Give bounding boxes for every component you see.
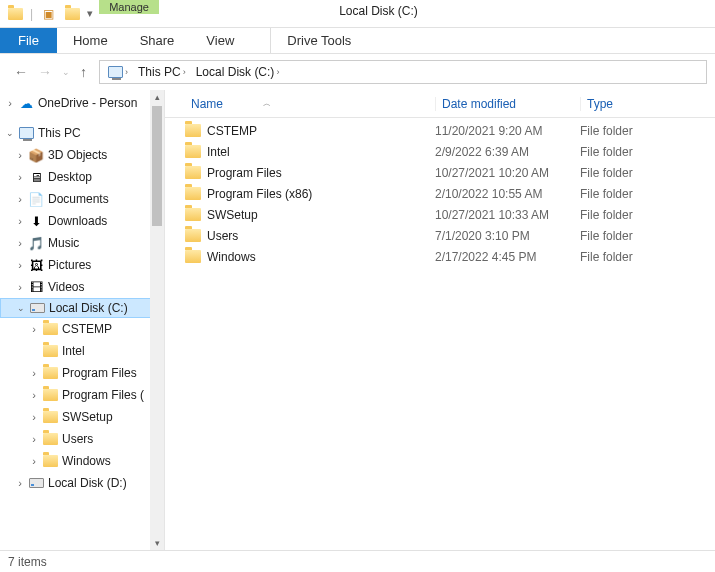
file-date: 10/27/2021 10:20 AM xyxy=(435,166,580,180)
expand-icon[interactable] xyxy=(14,193,26,205)
tree-label: 3D Objects xyxy=(48,148,107,162)
tree-node-icon: 🎵 xyxy=(28,235,44,251)
breadcrumb-local-disk-c[interactable]: Local Disk (C:)› xyxy=(192,65,284,79)
back-button[interactable]: ← xyxy=(14,64,28,80)
scroll-thumb[interactable] xyxy=(152,106,162,226)
file-name: CSTEMP xyxy=(207,124,257,138)
tree-node-icon: 📦 xyxy=(28,147,44,163)
file-name: Users xyxy=(207,229,238,243)
file-type: File folder xyxy=(580,208,715,222)
column-name[interactable]: Name︿ xyxy=(185,97,435,111)
expand-icon[interactable] xyxy=(14,237,26,249)
expand-icon[interactable] xyxy=(28,411,40,423)
navigation-bar: ← → ⌄ ↑ › This PC› Local Disk (C:)› xyxy=(0,54,715,90)
column-type[interactable]: Type xyxy=(580,97,715,111)
properties-icon[interactable]: ▣ xyxy=(39,5,57,23)
list-item[interactable]: CSTEMP11/20/2021 9:20 AMFile folder xyxy=(185,120,715,141)
address-bar[interactable]: › This PC› Local Disk (C:)› xyxy=(99,60,707,84)
tree-node-icon xyxy=(28,475,44,491)
list-item[interactable]: Program Files (x86)2/10/2022 10:55 AMFil… xyxy=(185,183,715,204)
list-item[interactable]: Intel2/9/2022 6:39 AMFile folder xyxy=(185,141,715,162)
tree-node-icon xyxy=(42,409,58,425)
file-date: 2/9/2022 6:39 AM xyxy=(435,145,580,159)
scroll-up-icon[interactable]: ▴ xyxy=(150,90,164,104)
tree-item-program-files-[interactable]: Program Files ( xyxy=(0,384,164,406)
tree-item-downloads[interactable]: ⬇Downloads xyxy=(0,210,164,232)
tree-item-desktop[interactable]: 🖥Desktop xyxy=(0,166,164,188)
tree-item-documents[interactable]: 📄Documents xyxy=(0,188,164,210)
list-item[interactable]: SWSetup10/27/2021 10:33 AMFile folder xyxy=(185,204,715,225)
tab-drive-tools[interactable]: Drive Tools xyxy=(270,28,367,53)
expand-icon[interactable] xyxy=(28,367,40,379)
expand-icon[interactable] xyxy=(14,171,26,183)
navigation-tree: ☁OneDrive - PersonThis PC📦3D Objects🖥Des… xyxy=(0,90,165,550)
tree-label: Videos xyxy=(48,280,84,294)
file-type: File folder xyxy=(580,187,715,201)
tree-item-local-disk-d-[interactable]: Local Disk (D:) xyxy=(0,472,164,494)
tree-item-swsetup[interactable]: SWSetup xyxy=(0,406,164,428)
expand-icon[interactable] xyxy=(28,455,40,467)
column-date[interactable]: Date modified xyxy=(435,97,580,111)
file-date: 10/27/2021 10:33 AM xyxy=(435,208,580,222)
expand-icon[interactable] xyxy=(14,259,26,271)
recent-dropdown-icon[interactable]: ⌄ xyxy=(62,67,70,77)
expand-icon[interactable] xyxy=(4,128,16,138)
list-item[interactable]: Users7/1/2020 3:10 PMFile folder xyxy=(185,225,715,246)
tree-scrollbar[interactable]: ▴ ▾ xyxy=(150,90,164,550)
tree-node-icon xyxy=(42,321,58,337)
context-tab-header: Manage xyxy=(99,0,159,14)
expand-icon[interactable] xyxy=(28,433,40,445)
expand-icon[interactable] xyxy=(15,303,27,313)
tree-node-icon xyxy=(42,453,58,469)
expand-icon[interactable] xyxy=(4,97,16,109)
tree-item-videos[interactable]: 🎞Videos xyxy=(0,276,164,298)
folder-icon xyxy=(185,187,201,200)
expand-icon[interactable] xyxy=(14,477,26,489)
tree-node-icon: ⬇ xyxy=(28,213,44,229)
folder-icon xyxy=(185,145,201,158)
tree-node-icon: 📄 xyxy=(28,191,44,207)
scroll-down-icon[interactable]: ▾ xyxy=(150,536,164,550)
expand-icon[interactable] xyxy=(14,281,26,293)
forward-button[interactable]: → xyxy=(38,64,52,80)
expand-icon[interactable] xyxy=(28,389,40,401)
tree-item-this-pc[interactable]: This PC xyxy=(0,122,164,144)
tree-item-users[interactable]: Users xyxy=(0,428,164,450)
tree-node-icon: 🖼 xyxy=(28,257,44,273)
tab-home[interactable]: Home xyxy=(57,28,124,53)
tree-item-music[interactable]: 🎵Music xyxy=(0,232,164,254)
tree-label: SWSetup xyxy=(62,410,113,424)
expand-icon[interactable] xyxy=(14,215,26,227)
file-tab[interactable]: File xyxy=(0,28,57,53)
folder-icon xyxy=(185,250,201,263)
expand-icon[interactable] xyxy=(14,149,26,161)
tree-item-program-files[interactable]: Program Files xyxy=(0,362,164,384)
expand-icon[interactable] xyxy=(28,323,40,335)
pc-icon[interactable]: › xyxy=(104,66,132,78)
file-date: 7/1/2020 3:10 PM xyxy=(435,229,580,243)
tree-item-local-disk-c-[interactable]: Local Disk (C:) xyxy=(0,298,164,318)
new-folder-icon[interactable] xyxy=(63,5,81,23)
tree-label: Desktop xyxy=(48,170,92,184)
qat-dropdown-icon[interactable]: ▾ xyxy=(87,7,93,20)
file-type: File folder xyxy=(580,124,715,138)
tree-item-3d-objects[interactable]: 📦3D Objects xyxy=(0,144,164,166)
list-item[interactable]: Program Files10/27/2021 10:20 AMFile fol… xyxy=(185,162,715,183)
tree-item-cstemp[interactable]: CSTEMP xyxy=(0,318,164,340)
list-item[interactable]: Windows2/17/2022 4:45 PMFile folder xyxy=(185,246,715,267)
file-name: Program Files xyxy=(207,166,282,180)
ribbon-tabs: File Home Share View Drive Tools xyxy=(0,28,715,54)
tree-label: Program Files xyxy=(62,366,137,380)
breadcrumb-this-pc[interactable]: This PC› xyxy=(134,65,190,79)
tab-share[interactable]: Share xyxy=(124,28,191,53)
tree-node-icon xyxy=(42,343,58,359)
tree-node-icon: 🖥 xyxy=(28,169,44,185)
tree-item-intel[interactable]: Intel xyxy=(0,340,164,362)
tab-view[interactable]: View xyxy=(190,28,250,53)
tree-item-windows[interactable]: Windows xyxy=(0,450,164,472)
tree-node-icon xyxy=(42,365,58,381)
tree-item-onedrive-person[interactable]: ☁OneDrive - Person xyxy=(0,92,164,114)
up-button[interactable]: ↑ xyxy=(80,64,87,80)
file-type: File folder xyxy=(580,145,715,159)
tree-item-pictures[interactable]: 🖼Pictures xyxy=(0,254,164,276)
